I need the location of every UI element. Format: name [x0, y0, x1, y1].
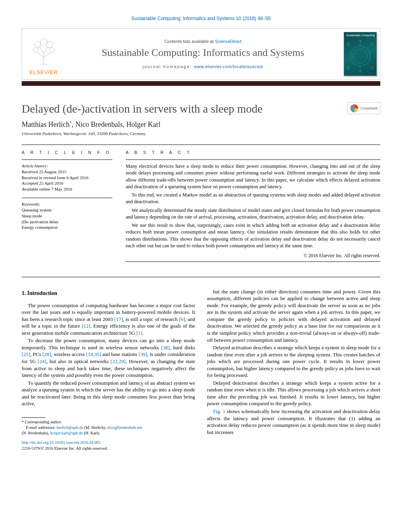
rule-mid [22, 277, 380, 277]
abstract-paragraph: Many electrical devices have a sleep mod… [126, 163, 380, 190]
ref-link[interactable]: [17] [114, 316, 123, 322]
sciencedirect-link[interactable]: ScienceDirect [215, 39, 242, 44]
ref-link[interactable]: [1] [136, 330, 142, 336]
svg-point-10 [372, 68, 373, 69]
ref-link[interactable]: [25] [22, 351, 30, 357]
ref-link[interactable]: [24] [38, 358, 47, 364]
ref-link[interactable]: [12] [82, 323, 90, 329]
ref-link[interactable]: [18,35] [86, 351, 101, 357]
journal-cover-thumb: Sustainable Computing [344, 32, 377, 76]
footnote-rule [22, 417, 45, 418]
article-title: Delayed (de-)activation in servers with … [22, 102, 262, 115]
svg-point-8 [372, 43, 373, 44]
svg-point-9 [347, 68, 349, 69]
svg-point-7 [347, 43, 349, 44]
email-link[interactable]: herlich@upb.de [57, 425, 83, 430]
doi-link[interactable]: http://dx.doi.org/10.1016/j.suscom.2016.… [22, 440, 100, 445]
crossmark-label: CrossMark [360, 106, 378, 110]
publisher-block: ELSEVIER [22, 29, 65, 79]
ref-link[interactable]: [6] [179, 316, 185, 322]
body-text: and base stations [101, 351, 138, 357]
running-head: Sustainable Computing: Informatics and S… [22, 16, 380, 21]
journal-banner: ELSEVIER Contents lists available at Sci… [22, 28, 380, 80]
abstract-rule-bottom [126, 261, 380, 262]
keyword: Sleep mode [22, 213, 112, 219]
footnotes-block: * Corresponding author. E-mail addresses… [22, 417, 195, 451]
ref-link[interactable]: [22,29] [111, 358, 126, 364]
author-rest: , Nico Bredenbals, Holger Karl [72, 120, 160, 128]
email-paren: (M. Herlich), [83, 425, 107, 430]
body-text: , is still a topic of research [123, 316, 179, 322]
crossmark-icon [350, 104, 359, 113]
history-label: Article history: [22, 163, 112, 169]
keyword: Energy consumption [22, 224, 112, 230]
keyword: (De-)activation delay [22, 219, 112, 225]
ref-link[interactable]: [38] [161, 345, 170, 350]
body-text: , but also in optical networks [47, 358, 111, 364]
abs-text: We use this result to show that, surpris… [132, 222, 281, 228]
affiliation: Universität Paderborn, Warburgerstr. 100… [22, 131, 380, 136]
body-paragraph: To decrease the power consumption, many … [22, 337, 195, 378]
body-paragraph: but the state change (in either directio… [207, 288, 380, 343]
keyword: Queueing system [22, 207, 112, 213]
email-link[interactable]: nico@bredenbals.net [107, 425, 142, 430]
email-paren: (H. Karl). [83, 431, 100, 435]
author-list: Matthias Herlich*, Nico Bredenbals, Holg… [22, 120, 380, 129]
abstract-paragraph: To this end, we created a Markov model a… [126, 192, 380, 206]
ref-link[interactable]: [28] [43, 351, 51, 357]
journal-homepage: journal homepage: www.elsevier.com/locat… [143, 64, 263, 69]
corresponding-note: * Corresponding author. [22, 419, 195, 425]
abs-em: both [281, 222, 290, 228]
homepage-link[interactable]: www.elsevier.com/locate/suscom [194, 64, 263, 69]
issn-copyright: 2210-5379/© 2016 Elsevier Inc. All right… [22, 446, 108, 450]
abstract-copyright: © 2016 Elsevier Inc. All rights reserved… [126, 252, 380, 259]
accent-bar [22, 81, 380, 86]
svg-point-3 [33, 48, 38, 52]
svg-point-6 [353, 49, 367, 63]
body-text: . [142, 330, 143, 336]
body-text: , wireless access [51, 351, 86, 357]
body-paragraph: Fig. 1 shows schematically how increasin… [207, 408, 380, 436]
abs-text: mean power consumption and mean latency.… [126, 229, 380, 248]
info-rule-1 [22, 159, 112, 160]
article-info-head: A R T I C L E I N F O [22, 150, 112, 156]
publisher-name: ELSEVIER [30, 69, 58, 75]
svg-point-1 [47, 41, 53, 48]
journal-name: Sustainable Computing: Informatics and S… [102, 47, 304, 59]
history-online: Available online 7 May 2016 [22, 186, 112, 192]
abs-em: both [143, 229, 151, 235]
abstract-column: A B S T R A C T Many electrical devices … [126, 150, 380, 265]
body-paragraph: The power consumption of computing hardw… [22, 302, 195, 337]
body-paragraph: Delayed deactivation describes a strateg… [207, 380, 380, 407]
crossmark-badge[interactable]: CrossMark [347, 102, 380, 114]
email-paren: (N. Bredenbals), [22, 431, 50, 435]
contents-prefix: Contents lists available at [164, 39, 215, 44]
history-revised: Received in revised form 6 April 2016 [22, 175, 112, 181]
svg-point-2 [40, 39, 47, 46]
abstract-head: A B S T R A C T [126, 150, 380, 156]
abstract-rule [126, 159, 380, 160]
email-line: E-mail addresses: herlich@upb.de (M. Her… [22, 425, 195, 430]
elsevier-tree-icon [30, 37, 58, 67]
section-heading-1: 1. Introduction [22, 290, 195, 297]
emails-label: E-mail addresses: [26, 425, 57, 430]
svg-point-0 [35, 41, 41, 48]
body-paragraph: To quantify the reduced power consumptio… [22, 380, 195, 407]
abstract-paragraph: We analytically determined the steady st… [126, 207, 380, 221]
email-line-2: (N. Bredenbals), holger.karl@upb.de (H. … [22, 430, 195, 436]
body-paragraph: Delayed activation describes a strategy … [207, 344, 380, 379]
ref-link[interactable]: [39] [139, 351, 147, 357]
email-link[interactable]: holger.karl@upb.de [50, 431, 83, 435]
abstract-paragraph: We use this result to show that, surpris… [126, 222, 380, 249]
info-rule-2 [22, 198, 112, 198]
svg-point-4 [50, 48, 54, 52]
author-1: Matthias Herlich [22, 120, 69, 128]
body-text: shows schematically how increasing the a… [207, 408, 380, 435]
figure-link[interactable]: Fig. 1 [213, 408, 225, 414]
contents-available: Contents lists available at ScienceDirec… [164, 39, 242, 44]
doi-block: http://dx.doi.org/10.1016/j.suscom.2016.… [22, 440, 195, 451]
homepage-prefix: journal homepage: [143, 64, 194, 69]
history-received: Received 25 August 2015 [22, 169, 112, 175]
article-info-column: A R T I C L E I N F O Article history: R… [22, 150, 112, 265]
keywords-label: Keywords: [22, 201, 112, 207]
